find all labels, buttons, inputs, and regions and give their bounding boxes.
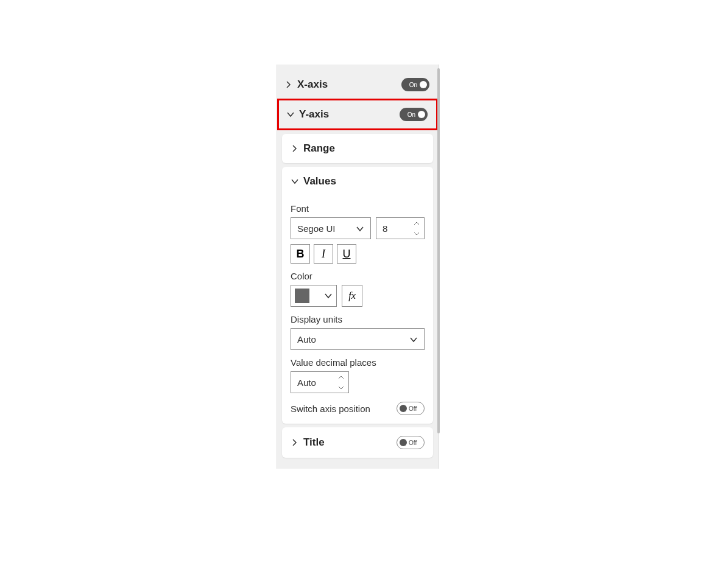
display-units-label: Display units bbox=[291, 314, 425, 324]
color-row: fx bbox=[291, 285, 425, 307]
bold-button[interactable]: B bbox=[291, 244, 310, 264]
spin-arrows bbox=[409, 218, 424, 239]
values-header[interactable]: Values bbox=[282, 167, 433, 196]
scrollbar-thumb[interactable] bbox=[437, 68, 440, 433]
xaxis-header[interactable]: X-axis On bbox=[277, 65, 438, 99]
font-size-value: 8 bbox=[376, 223, 409, 234]
display-units-select[interactable]: Auto bbox=[291, 328, 425, 350]
font-size-spinner[interactable]: 8 bbox=[376, 217, 425, 239]
toggle-on-text: On bbox=[407, 111, 415, 118]
format-buttons: B I U bbox=[291, 244, 425, 264]
decimal-label: Value decimal places bbox=[291, 357, 425, 368]
chevron-right-icon bbox=[289, 143, 300, 154]
spin-arrows bbox=[334, 372, 348, 393]
color-label: Color bbox=[291, 271, 425, 281]
spinner-up[interactable] bbox=[334, 372, 348, 382]
underline-button[interactable]: U bbox=[337, 244, 356, 264]
spinner-up[interactable] bbox=[409, 218, 424, 228]
toggle-off-text: Off bbox=[409, 405, 417, 412]
yaxis-highlight: Y-axis On bbox=[277, 99, 438, 130]
range-card: Range bbox=[282, 134, 433, 163]
decimal-value: Auto bbox=[291, 377, 334, 388]
font-family-value: Segoe UI bbox=[297, 223, 336, 234]
xaxis-toggle[interactable]: On bbox=[401, 78, 429, 91]
values-body: Font Segoe UI 8 bbox=[282, 203, 433, 424]
range-header[interactable]: Range bbox=[282, 134, 433, 163]
font-family-select[interactable]: Segoe UI bbox=[291, 217, 371, 239]
xaxis-label: X-axis bbox=[297, 79, 401, 91]
yaxis-toggle[interactable]: On bbox=[400, 108, 428, 121]
title-header[interactable]: Title Off bbox=[282, 427, 433, 458]
spinner-down[interactable] bbox=[334, 382, 348, 393]
title-label: Title bbox=[303, 436, 397, 449]
switch-axis-toggle[interactable]: Off bbox=[397, 402, 425, 415]
format-panel: X-axis On Y-axis On Range bbox=[277, 65, 439, 469]
yaxis-label: Y-axis bbox=[299, 108, 400, 121]
chevron-down-icon bbox=[324, 290, 333, 301]
values-label: Values bbox=[303, 175, 336, 187]
fx-button[interactable]: fx bbox=[342, 285, 362, 307]
display-units-value: Auto bbox=[297, 334, 316, 345]
toggle-off-text: Off bbox=[409, 439, 417, 446]
values-card: Values Font Segoe UI 8 bbox=[282, 167, 433, 424]
chevron-down-icon bbox=[356, 223, 364, 234]
decimal-spinner[interactable]: Auto bbox=[291, 371, 349, 393]
title-card: Title Off bbox=[282, 427, 433, 458]
spinner-down[interactable] bbox=[409, 228, 424, 239]
chevron-down-icon bbox=[285, 109, 296, 120]
range-label: Range bbox=[303, 142, 335, 155]
color-picker[interactable] bbox=[291, 285, 337, 307]
font-row: Segoe UI 8 bbox=[291, 217, 425, 239]
title-toggle[interactable]: Off bbox=[397, 436, 425, 449]
switch-axis-label: Switch axis position bbox=[291, 404, 397, 414]
chevron-right-icon bbox=[283, 79, 294, 90]
yaxis-header[interactable]: Y-axis On bbox=[279, 100, 436, 128]
chevron-down-icon bbox=[289, 176, 300, 187]
switch-axis-row: Switch axis position Off bbox=[291, 402, 425, 415]
color-swatch bbox=[295, 289, 309, 303]
italic-button[interactable]: I bbox=[314, 244, 333, 264]
chevron-right-icon bbox=[289, 437, 300, 448]
chevron-down-icon bbox=[409, 334, 418, 345]
toggle-on-text: On bbox=[409, 82, 417, 88]
font-label: Font bbox=[291, 203, 425, 214]
